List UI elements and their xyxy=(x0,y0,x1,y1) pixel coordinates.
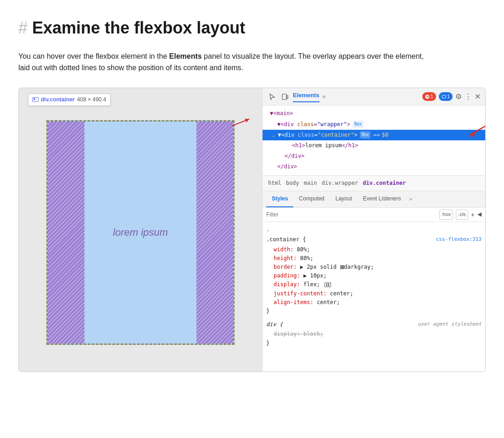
tree-row[interactable]: </div> xyxy=(263,161,485,172)
selector-text-div: div { xyxy=(266,321,283,327)
svg-marker-8 xyxy=(470,133,475,138)
panel-tabs: Styles Computed Layout Event Listeners » xyxy=(263,191,485,208)
css-prop-display: display: flex; xyxy=(266,280,482,289)
browser-viewport: div.container 408 × 490.4 lorem ipsum xyxy=(19,88,262,371)
tooltip-element-name: div.container xyxy=(41,95,75,104)
title-text: Examine the flexbox layout xyxy=(32,15,245,41)
tree-row[interactable]: ▼<main> xyxy=(263,108,485,119)
css-rules: , .container { css-flexbox:313 width: 80… xyxy=(263,222,485,371)
tree-row-selected[interactable]: … ▼<div class="container"> flex == $0 xyxy=(263,130,485,140)
lorem-ipsum-text: lorem ipsum xyxy=(113,224,168,240)
svg-rect-6 xyxy=(442,95,446,98)
css-selector-div: div { user agent stylesheet xyxy=(266,320,482,329)
color-swatch-darkgray[interactable] xyxy=(340,265,344,269)
css-prop-align: align-items: center; xyxy=(266,298,482,307)
devtools-toolbar: Elements » ✕ 1 1 ⚙ ⋮ ✕ xyxy=(263,88,485,106)
demo-wrapper: div.container 408 × 490.4 lorem ipsum xyxy=(18,88,486,372)
cursor-icon[interactable] xyxy=(267,92,277,102)
tooltip-size: 408 × 490.4 xyxy=(77,95,106,104)
elements-tab[interactable]: Elements xyxy=(293,91,319,102)
bc-div-wrapper[interactable]: div.wrapper xyxy=(320,178,360,189)
settings-icon[interactable]: ⚙ xyxy=(455,91,462,103)
svg-rect-3 xyxy=(286,95,288,99)
bc-div-container[interactable]: div.container xyxy=(361,178,408,189)
tab-computed[interactable]: Computed xyxy=(293,191,330,207)
close-icon[interactable]: ✕ xyxy=(475,91,481,103)
tag-container: ▼<div class="container"> xyxy=(278,131,357,139)
elements-tree: ▼<main> ▼<div class="wrapper"> flex … ▼<… xyxy=(263,105,485,175)
hatch-col-right xyxy=(196,122,233,344)
tag-h1: <h1>lorem ipsum</h1> xyxy=(292,141,358,150)
hash-symbol: # xyxy=(18,15,28,41)
tab-event-listeners[interactable]: Event Listeners xyxy=(358,191,407,207)
device-icon[interactable] xyxy=(280,92,290,102)
tab-more[interactable]: » xyxy=(406,192,415,207)
css-prop-justify: justify-content: center; xyxy=(266,289,482,298)
element-icon xyxy=(32,97,39,102)
tag-wrapper: ▼<div class="wrapper"> xyxy=(277,120,350,129)
svg-rect-2 xyxy=(282,94,286,100)
css-selector-container: .container { css-flexbox:313 xyxy=(266,235,482,244)
tab-layout[interactable]: Layout xyxy=(330,191,358,207)
devtools-panel: Elements » ✕ 1 1 ⚙ ⋮ ✕ ▼<main> xyxy=(262,88,485,371)
tree-row[interactable]: ▼<div class="wrapper"> flex xyxy=(263,119,485,130)
tree-row[interactable]: </div> xyxy=(263,151,485,161)
css-rule-container: .container { css-flexbox:313 width: 80%;… xyxy=(266,235,482,316)
more-tabs-btn[interactable]: » xyxy=(322,91,326,101)
breadcrumb-bar: html body main div.wrapper div.container xyxy=(263,176,485,191)
equals-sign: == xyxy=(373,131,380,139)
console-badge: 1 xyxy=(439,92,453,101)
css-prop-border: border: ▶ 2px solid darkgray; xyxy=(266,263,482,272)
bc-main[interactable]: main xyxy=(302,178,319,189)
element-tooltip: div.container 408 × 490.4 xyxy=(28,94,111,106)
filter-hov-btn[interactable]: :hov xyxy=(439,210,454,220)
bc-html[interactable]: html xyxy=(266,178,283,189)
more-options-icon[interactable]: ⋮ xyxy=(465,91,472,103)
tree-row[interactable]: <h1>lorem ipsum</h1> xyxy=(263,140,485,151)
tag-close-div1: </div> xyxy=(285,152,304,161)
tag-main: ▼<main> xyxy=(270,109,293,118)
filter-cls-btn[interactable]: .cls xyxy=(456,210,468,220)
tab-styles[interactable]: Styles xyxy=(266,191,293,207)
filter-bar: :hov .cls + ◀ xyxy=(263,208,485,222)
css-prop-height: height: 80%; xyxy=(266,254,482,263)
user-agent-label: user agent stylesheet xyxy=(418,320,482,328)
flex-badge-wrapper[interactable]: flex xyxy=(353,121,364,128)
filter-input[interactable] xyxy=(266,211,437,218)
page-title: # Examine the flexbox layout xyxy=(18,15,486,41)
css-prop-width: width: 80%; xyxy=(266,245,482,254)
dollar-zero: $0 xyxy=(382,131,388,139)
css-rule-div: div { user agent stylesheet display: blo… xyxy=(266,320,482,348)
elements-tree-container: ▼<main> ▼<div class="wrapper"> flex … ▼<… xyxy=(263,105,485,175)
css-prop-display-block: display: block; xyxy=(266,330,482,338)
filter-plus-btn[interactable]: + xyxy=(471,210,475,220)
filter-arrow-btn[interactable]: ◀ xyxy=(477,210,482,219)
css-source-link[interactable]: css-flexbox:313 xyxy=(436,235,482,244)
continuation: , xyxy=(266,225,482,233)
hatch-col-left xyxy=(48,122,84,344)
flex-layout-icon[interactable] xyxy=(325,283,331,287)
flex-container-visual: lorem ipsum xyxy=(46,120,235,345)
selector-text: .container { xyxy=(266,236,306,243)
css-close-1: } xyxy=(266,307,482,316)
svg-text:✕: ✕ xyxy=(426,95,429,99)
flex-badge-container[interactable]: flex xyxy=(360,131,371,139)
tag-close-div2: </div> xyxy=(277,162,297,171)
strikethrough-prop: display: block; xyxy=(274,331,323,337)
ellipsis: … xyxy=(272,131,275,139)
arrow-right xyxy=(231,113,254,135)
css-prop-padding: padding: ▶ 10px; xyxy=(266,272,482,280)
css-close-2: } xyxy=(266,339,482,348)
error-badge: ✕ 1 xyxy=(422,92,436,101)
description: You can hover over the flexbox element i… xyxy=(18,50,431,74)
bc-body[interactable]: body xyxy=(284,178,301,189)
